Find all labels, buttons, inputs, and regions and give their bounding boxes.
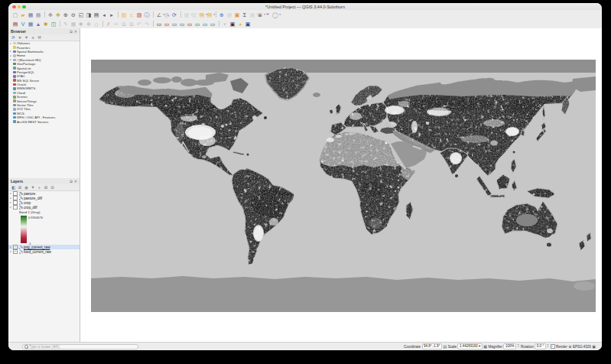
add-database-layer-button[interactable]: ◫ [50,21,57,28]
label-move-button[interactable]: ▭ [210,21,216,28]
new-print-layout-button[interactable]: ▤▾ [199,11,206,18]
expand-all-button[interactable]: ⊞ [44,185,49,190]
browser-properties-button[interactable]: ⚒ [37,35,42,41]
zoom-in-button[interactable]: ⊕ [63,11,70,18]
browser-collapse-all-button[interactable]: ≡ [31,35,36,41]
rotation-spinner[interactable]: ▲▼ [547,344,549,349]
select-by-expression-button[interactable]: ε [128,11,135,18]
label-options-2-button[interactable]: ▭ [164,21,171,28]
processing-toolbox-button[interactable]: ≣▾ [257,11,264,18]
move-feature-button[interactable]: ✥ [86,21,93,28]
zoom-next-button[interactable]: ▸ [109,11,115,18]
delete-selected-button[interactable]: ✗ [106,21,112,28]
field-calculator-button[interactable]: ▦▾ [249,11,256,18]
crs-value[interactable]: EPSG:4326 [573,345,591,349]
layer-item-food_current_raw[interactable]: ▸✓food_current_raw [8,249,80,254]
add-mesh-layer-button[interactable]: ▲ [35,21,42,28]
pan-map-button[interactable]: ✥ [47,11,54,18]
open-layer-styling-button[interactable]: ◧ [11,185,16,190]
toggle-editing-button[interactable]: ✎ [63,21,70,28]
select-features-button[interactable]: ▧ [121,11,128,18]
zoom-to-layer-button[interactable]: ▤ [93,11,100,18]
layout-manager-button[interactable]: ▤▾ [206,11,213,18]
coordinate-value[interactable]: 94.8°,-1.9° [422,343,442,350]
label-options-3-button[interactable]: ▭ [171,21,178,28]
data-source-manager-button[interactable]: ▤ [12,21,19,28]
browser-filter-button[interactable]: ▼ [24,35,29,41]
rotation-value[interactable]: 0.0 ° [535,343,545,350]
browser-item-icon [13,99,16,102]
zoom-full-button[interactable]: ◱ [78,11,85,18]
magnifier-value[interactable]: 100% [503,343,516,350]
new-bookmark-button[interactable]: ▣ [229,21,236,28]
zoom-out-button[interactable]: ⊖ [70,11,77,18]
locate-search-input[interactable]: Type to locate (⌘K) [22,344,138,349]
copy-features-button[interactable]: ⧉ [121,21,128,28]
identify-features-button[interactable]: ⓘ [144,11,151,18]
measure-button[interactable]: ∠▾ [156,11,163,18]
layers-close-icon[interactable]: ✕ [74,179,77,184]
redo-button[interactable]: ↷ [144,21,151,28]
remove-layer-button[interactable]: ⊟ [50,185,55,190]
zoom-last-button[interactable]: ◂ [101,11,108,18]
browser-item-icon [13,79,16,82]
filter-legend-button[interactable]: ▼ [31,185,36,190]
map-canvas[interactable] [80,28,602,342]
browser-float-icon[interactable]: ⧉ [70,29,73,34]
map-views-button[interactable]: ▥▾ [191,11,198,18]
osm-place-search-button[interactable]: ⊕ [219,11,226,18]
browser-add-favorite-button[interactable]: ★ [18,35,23,41]
toolbar-separator [153,21,154,27]
pan-to-selection-button[interactable]: ✥ [55,11,62,18]
magnifier-spinner[interactable]: ▲▼ [517,344,519,349]
help-contents-button[interactable]: ◯▾ [272,11,279,18]
show-bookmarks-button[interactable]: ◕ [237,21,244,28]
browser-refresh-button[interactable]: ⟳ [11,35,16,41]
label-pin-button[interactable]: ▭ [194,21,201,28]
vertex-tool-button[interactable]: ◇ [93,21,100,28]
show-statistical-summary-button[interactable]: Σ [242,11,249,18]
coordinate-label: Coordinate [404,345,421,349]
open-project-button[interactable]: ▰ [20,11,27,18]
messages-icon[interactable]: ▣ [592,344,596,349]
paste-features-button[interactable]: ⧉ [128,21,135,28]
layers-float-icon[interactable]: ⧉ [70,179,73,184]
label-options-1-button[interactable]: ▭ [156,21,163,28]
diagram-options-button[interactable]: ▭ [187,21,193,28]
plugin-grayed-button[interactable]: ▦ [226,11,233,18]
scale-combo[interactable]: 1:44269160 ▾ [457,343,482,350]
browser-close-icon[interactable]: ✕ [74,29,77,34]
layers-panel-title: Layers [11,179,23,184]
refresh-map-button[interactable]: ⟳ [171,11,178,18]
add-raster-layer-button[interactable]: ▦ [28,21,34,28]
new-3d-map-button[interactable]: ▦▾ [184,11,190,18]
filter-by-expression-button[interactable]: ε [37,185,42,190]
layer-checkbox-crop_diff[interactable] [13,205,18,210]
crs-icon[interactable]: ⊕ [568,344,571,349]
label-show-hide-button[interactable]: ▭ [202,21,209,28]
temporal-navigation-button[interactable]: ▣ [245,21,252,28]
undo-button[interactable]: ↶ [136,21,143,28]
python-console-button[interactable]: ❝ [265,11,271,18]
save-project-as-button[interactable]: ▦ [35,11,42,18]
new-project-button[interactable]: ▢ [12,11,19,18]
add-point-cloud-layer-button[interactable]: ✱ [43,21,50,28]
save-project-button[interactable]: ▦ [28,11,34,18]
lock-scale-icon[interactable]: ▦ [483,344,487,349]
manage-map-themes-button[interactable]: ◉ [24,185,29,190]
map-tips-button[interactable]: ▾ [222,21,229,28]
label-options-4-button[interactable]: ▭ [179,21,186,28]
save-layer-edits-button[interactable]: ▦ [70,21,77,28]
extents-icon[interactable]: ▤ [443,344,447,349]
add-vector-layer-button[interactable]: V [20,21,27,28]
layer-checkbox-food_current_raw[interactable]: ✓ [13,249,18,254]
add-group-button[interactable]: ⊞ [18,185,23,190]
browser-item-arcgis-rest-servers[interactable]: ArcGIS REST Servers [8,119,80,123]
deselect-features-button[interactable]: ▨ [136,11,143,18]
zoom-to-selection-button[interactable]: ◨ [86,11,93,18]
render-checkbox[interactable]: ✓ [551,344,555,349]
georeferencer-button[interactable]: ▣ [234,11,241,18]
cut-features-button[interactable]: ✂ [113,21,120,28]
add-feature-button[interactable]: ✱ [78,21,85,28]
temporal-controller-button[interactable]: ◷ [164,11,171,18]
